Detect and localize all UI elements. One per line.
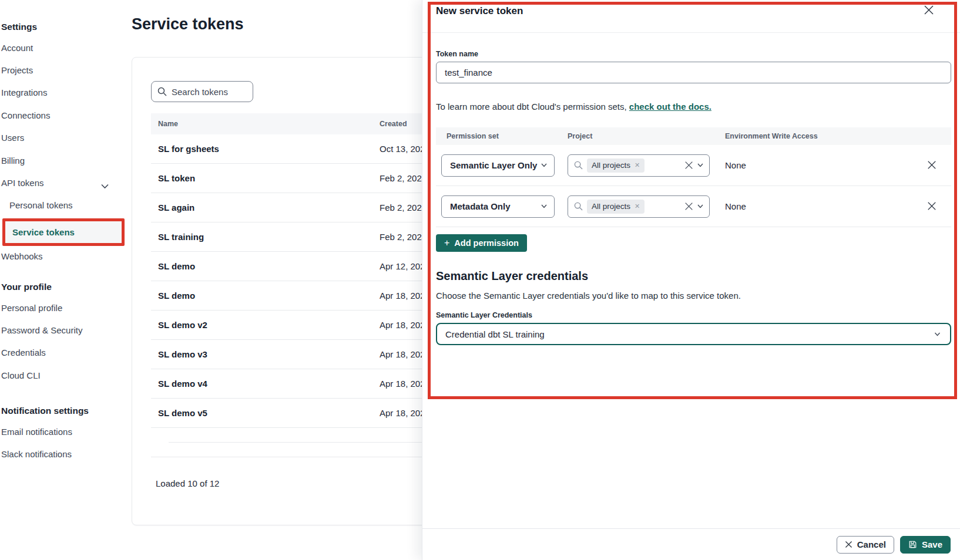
project-combobox[interactable]: All projects ✕ — [568, 195, 710, 218]
permission-set-select[interactable]: Metadata Only — [441, 195, 555, 218]
permissions-header-row: Permission set Project Environment Write… — [436, 127, 951, 145]
drawer-footer: Cancel Save — [422, 528, 960, 560]
chevron-down-icon — [934, 332, 941, 336]
page-title: Service tokens — [132, 15, 244, 33]
close-icon[interactable] — [923, 5, 935, 16]
token-name: SL token — [151, 173, 380, 183]
permission-set-select[interactable]: Semantic Layer Only — [441, 154, 555, 177]
token-name: SL demo v5 — [151, 408, 380, 418]
token-name: SL demo — [151, 291, 380, 301]
token-name-label: Token name — [436, 50, 951, 58]
token-name: SL demo v2 — [151, 320, 380, 330]
search-input[interactable] — [172, 87, 242, 97]
credentials-label: Semantic Layer Credentials — [436, 311, 951, 319]
permission-set-value: Metadata Only — [450, 201, 511, 211]
chip-remove-icon[interactable]: ✕ — [635, 203, 640, 210]
credentials-heading: Semantic Layer credentials — [436, 269, 951, 283]
env-write-access-value: None — [725, 160, 922, 170]
cancel-button[interactable]: Cancel — [837, 536, 894, 554]
save-button[interactable]: Save — [900, 536, 951, 554]
cancel-label: Cancel — [857, 539, 886, 549]
column-header-permission-set: Permission set — [436, 132, 568, 140]
permission-row: Metadata Only All projects ✕ — [436, 186, 951, 227]
project-chip: All projects ✕ — [587, 200, 645, 214]
semantic-layer-credentials-select[interactable]: Credential dbt SL training — [436, 323, 951, 345]
permission-row: Semantic Layer Only All projects ✕ — [436, 145, 951, 186]
chevron-down-icon — [541, 163, 547, 167]
chevron-down-icon[interactable] — [697, 204, 703, 208]
clear-icon[interactable] — [684, 161, 693, 170]
search-icon — [574, 161, 583, 170]
save-label: Save — [922, 539, 942, 549]
loaded-count: Loaded 10 of 12 — [156, 478, 219, 488]
close-icon — [845, 541, 852, 548]
env-write-access-value: None — [725, 201, 922, 211]
remove-permission-icon[interactable] — [927, 160, 937, 171]
screen: Settings Account Projects Integrations C… — [0, 0, 960, 560]
project-combobox[interactable]: All projects ✕ — [568, 154, 710, 177]
permission-docs-text: To learn more about dbt Cloud's permissi… — [436, 102, 951, 112]
chevron-down-icon[interactable] — [697, 163, 703, 167]
plus-icon: + — [444, 238, 449, 248]
add-permission-label: Add permission — [454, 238, 519, 248]
token-name: SL for gsheets — [151, 144, 380, 154]
save-icon — [908, 540, 917, 549]
token-name: SL demo v3 — [151, 349, 380, 359]
column-header-project: Project — [568, 132, 725, 140]
credentials-selected-value: Credential dbt SL training — [445, 329, 545, 339]
token-name: SL demo — [151, 261, 380, 271]
search-icon — [157, 87, 167, 96]
docs-link[interactable]: check out the docs. — [629, 102, 711, 112]
clear-icon[interactable] — [684, 202, 693, 211]
project-chip-label: All projects — [592, 161, 630, 170]
token-name-input[interactable] — [436, 62, 951, 83]
chevron-down-icon — [541, 204, 547, 208]
credentials-description: Choose the Semantic Layer credentials yo… — [436, 291, 951, 301]
chip-remove-icon[interactable]: ✕ — [635, 162, 640, 168]
docs-text: To learn more about dbt Cloud's permissi… — [436, 102, 629, 112]
token-name: SL training — [151, 232, 380, 242]
token-name: SL demo v4 — [151, 379, 380, 389]
project-chip-label: All projects — [592, 202, 630, 211]
search-tokens-box[interactable] — [151, 81, 253, 102]
add-permission-button[interactable]: + Add permission — [436, 234, 527, 252]
drawer-body: Token name To learn more about dbt Cloud… — [436, 33, 951, 345]
remove-permission-icon[interactable] — [927, 201, 937, 212]
drawer-title: New service token — [436, 5, 523, 17]
token-name: SL again — [151, 203, 380, 212]
new-service-token-drawer: New service token Token name To learn mo… — [422, 0, 960, 560]
drawer-header: New service token — [422, 0, 960, 33]
search-icon — [574, 202, 583, 211]
permission-set-value: Semantic Layer Only — [450, 160, 537, 170]
column-header-env-write-access: Environment Write Access — [725, 132, 922, 140]
column-header-name: Name — [151, 120, 380, 128]
project-chip: All projects ✕ — [587, 158, 645, 173]
